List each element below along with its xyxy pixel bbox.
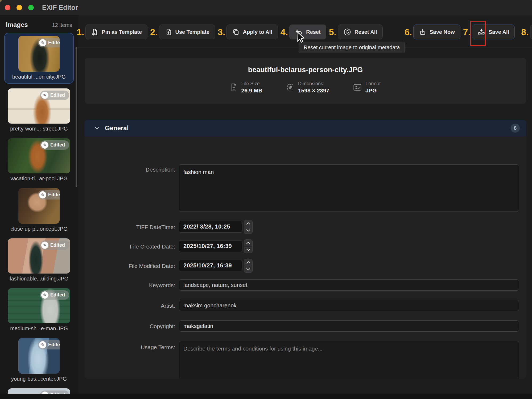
image-list-item-5[interactable]: ✎ Edited fashionable...uilding.JPG <box>4 238 74 282</box>
keywords-label: Keywords: <box>87 282 175 288</box>
image-list-item-2[interactable]: ✎ Edited pretty-wom...-street.JPG <box>4 88 74 132</box>
edited-badge: ✎ Edited <box>40 290 69 300</box>
edited-badge: ✎ Edited <box>38 340 60 349</box>
chevron-down-icon <box>94 125 100 131</box>
usage-terms-field[interactable] <box>179 341 519 379</box>
close-button[interactable]: Close <box>530 25 532 39</box>
close-window-button[interactable] <box>5 5 10 10</box>
sidebar-title: Images <box>6 21 28 28</box>
file-created-date-input[interactable] <box>179 240 242 252</box>
annotation-mark-7: 7. <box>463 27 471 36</box>
file-info-row: File Size 26.9 MB Dimensions 1598 × 2397… <box>85 81 526 94</box>
exif-editor-window: EXIF Editor Images 12 items ✎ Edited bea… <box>0 0 532 399</box>
zoom-window-button[interactable] <box>28 5 34 10</box>
artist-label: Artist: <box>87 303 175 309</box>
image-list-item-6[interactable]: ✎ Edited medium-sh...e-man.JPG <box>4 288 74 332</box>
general-section-header[interactable]: General 8 <box>85 120 526 137</box>
file-name: beautiful-belarus-person-city.JPG <box>85 66 526 74</box>
annotation-mark-6: 6. <box>405 27 412 36</box>
copyright-label: Copyright: <box>87 323 175 329</box>
general-section-title: General <box>105 124 129 132</box>
stepper-up-button[interactable] <box>244 240 252 246</box>
file-modified-date-input[interactable] <box>179 260 242 271</box>
edited-badge: ✎ Edited <box>40 241 69 250</box>
edited-badge: ✎ Edited <box>38 190 60 199</box>
file-created-date-label: File Created Date: <box>87 243 175 250</box>
stepper-down-button[interactable] <box>244 227 252 234</box>
file-info-card: beautiful-belarus-person-city.JPG File S… <box>85 58 526 104</box>
image-list-item-3[interactable]: ✎ Edited vacation-ti...ar-pool.JPG <box>4 138 74 182</box>
pencil-icon: ✎ <box>39 191 46 198</box>
dimensions-icon <box>286 83 294 91</box>
apply-to-all-icon <box>232 28 240 36</box>
copyright-input[interactable] <box>179 320 519 332</box>
thumbnail: ✎ Edited <box>8 138 70 173</box>
dimensions-item: Dimensions 1598 × 2397 <box>286 81 329 94</box>
sidebar: Images 12 items ✎ Edited beautiful-...on… <box>0 15 78 399</box>
reset-all-button[interactable]: Reset All <box>338 25 383 39</box>
pencil-icon: ✎ <box>41 242 48 249</box>
thumbnail-label: close-up-p...oncept.JPG <box>4 226 74 232</box>
general-section: General 8 Description: fashion man TIFF … <box>85 120 526 379</box>
edited-badge: ✎ Edited <box>40 91 69 100</box>
stepper-down-button[interactable] <box>244 266 252 273</box>
apply-to-all-button[interactable]: Apply to All <box>226 25 278 39</box>
save-now-button[interactable]: Save Now <box>413 25 460 39</box>
pencil-icon: ✎ <box>41 291 48 299</box>
tiff-datetime-input[interactable] <box>179 221 242 233</box>
thumbnail: ✎ Edited <box>8 88 70 124</box>
edited-badge: ✎ Edited <box>40 140 69 150</box>
annotation-mark-2: 2. <box>150 27 158 36</box>
thumbnail: ✎ Edited <box>18 36 60 72</box>
thumbnail: ✎ Edited <box>18 338 60 374</box>
images-count: 12 items <box>52 22 72 28</box>
pencil-icon: ✎ <box>41 92 48 99</box>
pin-as-template-button[interactable]: Pin as Template <box>85 25 147 39</box>
thumbnail-label: fashionable...uilding.JPG <box>4 276 74 282</box>
minimize-window-button[interactable] <box>17 5 22 10</box>
file-modified-date-stepper <box>244 259 253 273</box>
general-count-badge: 8 <box>511 124 520 133</box>
image-list-item-4[interactable]: ✎ Edited close-up-p...oncept.JPG <box>4 188 74 232</box>
window-titlebar: EXIF Editor <box>0 0 532 15</box>
artist-input[interactable] <box>179 300 519 311</box>
tiff-datetime-stepper <box>244 220 253 234</box>
image-list: ✎ Edited beautiful-...on-city.JPG ✎ Edit… <box>0 31 78 399</box>
annotation-mark-8: 8. <box>521 27 529 36</box>
pencil-icon: ✎ <box>39 39 46 46</box>
description-field[interactable]: fashion man <box>179 164 519 212</box>
image-list-item-7[interactable]: ✎ Edited young-bus...center.JPG <box>4 338 74 382</box>
thumbnail: ✎ Edited <box>18 188 60 224</box>
thumbnail-label: beautiful-...on-city.JPG <box>5 74 73 80</box>
stepper-up-button[interactable] <box>244 220 252 227</box>
annotation-mark-4: 4. <box>281 27 288 36</box>
window-bottom-edge <box>0 394 532 399</box>
cursor-icon <box>296 31 307 43</box>
stepper-down-button[interactable] <box>244 246 252 253</box>
keywords-input[interactable] <box>179 279 519 291</box>
thumbnail-label: young-bus...center.JPG <box>4 376 74 382</box>
image-list-item-1[interactable]: ✎ Edited beautiful-...on-city.JPG <box>4 33 74 84</box>
edited-badge: ✎ Edited <box>38 38 60 47</box>
thumbnail-label: vacation-ti...ar-pool.JPG <box>4 176 74 182</box>
stepper-up-button[interactable] <box>244 259 252 266</box>
image-icon <box>353 84 362 91</box>
pencil-icon: ✎ <box>41 141 48 149</box>
use-template-button[interactable]: Use Template <box>159 25 215 39</box>
description-label: Description: <box>87 166 175 173</box>
document-icon <box>230 83 238 92</box>
thumbnail-label: medium-sh...e-man.JPG <box>4 325 74 332</box>
file-modified-date-label: File Modified Date: <box>87 263 175 269</box>
thumbnail-label: pretty-wom...-street.JPG <box>4 126 74 132</box>
sidebar-header: Images 12 items <box>0 15 78 31</box>
annotation-mark-5: 5. <box>329 27 336 36</box>
window-title: EXIF Editor <box>42 4 78 11</box>
sidebar-scrollbar[interactable] <box>76 47 77 187</box>
tooltip: Reset current image to original metadata <box>299 42 405 53</box>
pin-as-template-icon <box>91 28 98 36</box>
annotation-highlight-box <box>470 21 486 46</box>
tiff-datetime-label: TIFF DateTime: <box>87 224 175 230</box>
annotation-mark-1: 1. <box>77 27 84 36</box>
file-size-item: File Size 26.9 MB <box>230 81 262 94</box>
reset-button[interactable]: Reset <box>289 25 326 39</box>
